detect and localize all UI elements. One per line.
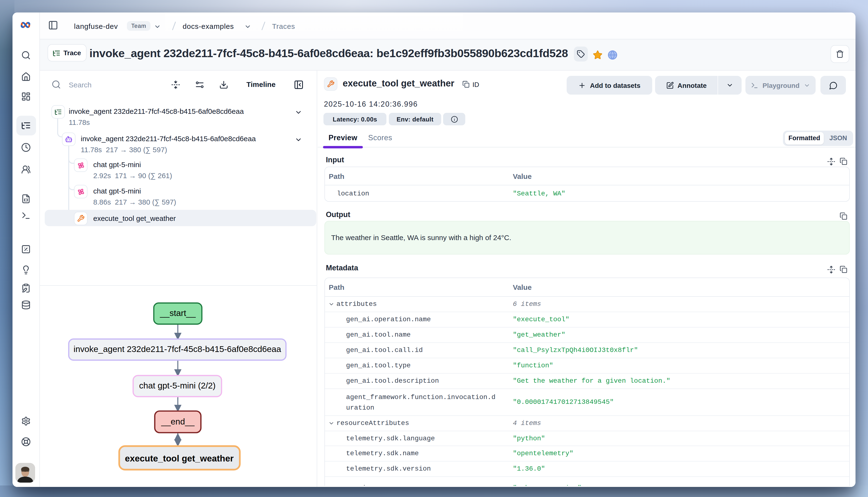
svg-text:execute_tool get_weather: execute_tool get_weather bbox=[125, 454, 234, 464]
svg-text:__end__: __end__ bbox=[161, 417, 195, 426]
svg-text:invoke_agent 232de211-7fcf-45c: invoke_agent 232de211-7fcf-45c8-b415-6af… bbox=[73, 344, 281, 354]
svg-text:chat gpt-5-mini (2/2): chat gpt-5-mini (2/2) bbox=[139, 381, 216, 390]
svg-text:__start__: __start__ bbox=[160, 308, 196, 318]
